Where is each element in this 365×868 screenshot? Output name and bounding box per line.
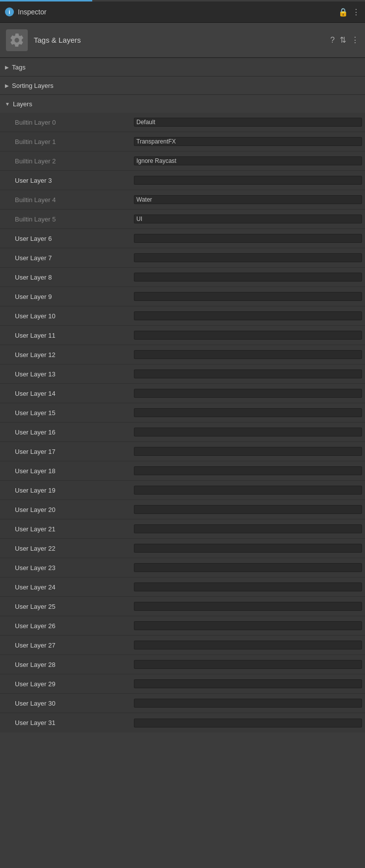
layer-input-20[interactable] [134, 505, 362, 514]
layer-label-18: User Layer 18 [15, 467, 134, 475]
layer-row: Builtin Layer 5 [0, 210, 365, 229]
layer-input-19[interactable] [134, 486, 362, 495]
layer-input-10[interactable] [134, 311, 362, 320]
layer-input-26[interactable] [134, 621, 362, 630]
header: Tags & Layers ? ⇅ ⋮ [0, 23, 365, 58]
layer-label-3: User Layer 3 [15, 177, 134, 184]
layer-input-15[interactable] [134, 408, 362, 417]
layer-row: User Layer 13 [0, 364, 365, 384]
layer-input-0[interactable] [134, 118, 362, 127]
header-menu-icon[interactable]: ⋮ [351, 35, 359, 45]
layer-label-28: User Layer 28 [15, 661, 134, 668]
layer-row: User Layer 21 [0, 519, 365, 539]
lock-icon[interactable]: 🔒 [338, 7, 348, 17]
layer-label-1: Builtin Layer 1 [15, 138, 134, 145]
layer-label-4: Builtin Layer 4 [15, 196, 134, 204]
layer-input-30[interactable] [134, 699, 362, 708]
layer-row: User Layer 22 [0, 539, 365, 558]
layer-input-3[interactable] [134, 176, 362, 185]
layer-input-16[interactable] [134, 428, 362, 436]
layer-input-13[interactable] [134, 369, 362, 378]
layer-label-0: Builtin Layer 0 [15, 119, 134, 126]
layer-row: Builtin Layer 2 [0, 151, 365, 171]
layer-label-19: User Layer 19 [15, 487, 134, 494]
sorting-layers-arrow-icon: ▶ [5, 83, 9, 88]
layer-label-17: User Layer 17 [15, 448, 134, 455]
layer-label-9: User Layer 9 [15, 293, 134, 300]
header-title: Tags & Layers [34, 36, 330, 44]
layer-label-27: User Layer 27 [15, 642, 134, 649]
tags-section-header[interactable]: ▶ Tags [0, 58, 365, 76]
layer-input-8[interactable] [134, 273, 362, 282]
layer-row: User Layer 24 [0, 578, 365, 597]
layer-label-26: User Layer 26 [15, 622, 134, 630]
layer-label-15: User Layer 15 [15, 409, 134, 417]
header-actions: ? ⇅ ⋮ [330, 35, 359, 45]
layer-row: User Layer 7 [0, 248, 365, 268]
layer-row: User Layer 14 [0, 384, 365, 403]
layer-input-25[interactable] [134, 602, 362, 611]
layer-input-23[interactable] [134, 563, 362, 572]
sorting-layers-section-label: Sorting Layers [12, 82, 54, 89]
inspector-title: Inspector [18, 8, 338, 16]
layer-label-8: User Layer 8 [15, 274, 134, 281]
layer-input-5[interactable] [134, 215, 362, 223]
layer-row: User Layer 29 [0, 674, 365, 694]
layer-input-2[interactable] [134, 156, 362, 165]
layer-row: User Layer 6 [0, 229, 365, 248]
layer-input-29[interactable] [134, 679, 362, 688]
title-bar: i Inspector 🔒 ⋮ [0, 1, 365, 23]
layer-label-30: User Layer 30 [15, 700, 134, 707]
layer-input-17[interactable] [134, 447, 362, 456]
layer-input-1[interactable] [134, 137, 362, 146]
layer-label-6: User Layer 6 [15, 235, 134, 242]
info-icon: i [5, 7, 14, 16]
layer-input-9[interactable] [134, 292, 362, 301]
layer-row: User Layer 27 [0, 636, 365, 655]
layer-row: Builtin Layer 4 [0, 190, 365, 210]
layers-section-header[interactable]: ▼ Layers [0, 95, 365, 113]
layer-row: User Layer 28 [0, 655, 365, 674]
title-bar-actions: 🔒 ⋮ [338, 7, 360, 17]
layer-label-31: User Layer 31 [15, 719, 134, 726]
layer-label-25: User Layer 25 [15, 603, 134, 610]
layer-input-11[interactable] [134, 331, 362, 340]
layer-input-24[interactable] [134, 582, 362, 591]
tags-section-label: Tags [12, 64, 25, 71]
layer-input-7[interactable] [134, 253, 362, 262]
layer-label-5: Builtin Layer 5 [15, 216, 134, 223]
layer-input-28[interactable] [134, 660, 362, 669]
layers-arrow-icon: ▼ [5, 101, 10, 107]
layer-label-29: User Layer 29 [15, 680, 134, 688]
layer-label-13: User Layer 13 [15, 370, 134, 378]
help-icon[interactable]: ? [330, 36, 335, 45]
gear-svg [9, 32, 25, 48]
layer-label-20: User Layer 20 [15, 506, 134, 513]
sorting-layers-section-header[interactable]: ▶ Sorting Layers [0, 76, 365, 94]
layer-input-27[interactable] [134, 641, 362, 650]
layer-row: User Layer 19 [0, 481, 365, 500]
layer-input-31[interactable] [134, 719, 362, 727]
layer-row: User Layer 8 [0, 268, 365, 287]
layer-input-6[interactable] [134, 234, 362, 243]
layers-section-label: Layers [13, 100, 32, 108]
layer-label-7: User Layer 7 [15, 254, 134, 262]
layer-row: User Layer 25 [0, 597, 365, 616]
layer-row: User Layer 9 [0, 287, 365, 306]
layer-input-18[interactable] [134, 466, 362, 475]
layer-input-21[interactable] [134, 524, 362, 533]
layer-row: User Layer 15 [0, 403, 365, 423]
layer-label-21: User Layer 21 [15, 525, 134, 533]
layer-row: User Layer 31 [0, 713, 365, 732]
layer-row: User Layer 3 [0, 171, 365, 190]
layer-input-12[interactable] [134, 350, 362, 359]
layer-label-16: User Layer 16 [15, 429, 134, 436]
layer-input-14[interactable] [134, 389, 362, 398]
layer-row: User Layer 10 [0, 306, 365, 326]
layer-row: User Layer 11 [0, 326, 365, 345]
layer-row: User Layer 16 [0, 423, 365, 442]
layer-input-22[interactable] [134, 544, 362, 553]
menu-icon[interactable]: ⋮ [352, 7, 360, 17]
layout-icon[interactable]: ⇅ [340, 35, 346, 45]
layer-input-4[interactable] [134, 195, 362, 204]
